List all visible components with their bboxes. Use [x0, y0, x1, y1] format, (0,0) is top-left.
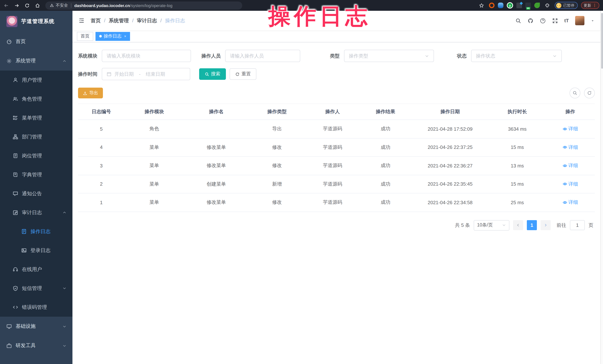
sidebar-item-在线用户[interactable]: 在线用户 [0, 260, 72, 279]
browser-home-icon[interactable] [34, 1, 42, 10]
extension-grid-icon[interactable] [516, 3, 522, 8]
eye-icon [563, 163, 567, 168]
pagination: 共 5 条 10条/页 1 前往 页 [78, 220, 593, 230]
chevron-up-icon [62, 59, 67, 63]
reset-button[interactable]: 重置 [230, 68, 256, 80]
table-cell: 成功 [360, 120, 411, 138]
extensions-puzzle-icon[interactable] [543, 1, 551, 10]
sidebar-item-通知公告[interactable]: 通知公告 [0, 184, 72, 203]
operator-input[interactable] [230, 53, 295, 59]
browser-toolbar-right: y on 已暂停 更新 [477, 1, 603, 10]
fullscreen-icon[interactable] [552, 18, 558, 23]
browser-update-button[interactable]: 更新 [581, 2, 599, 9]
refresh-table-button[interactable] [584, 88, 595, 98]
table-cell: 1 [78, 193, 125, 212]
sidebar-item-菜单管理[interactable]: 菜单管理 [0, 108, 72, 127]
detail-link[interactable]: 详细 [563, 181, 578, 187]
sidebar-item-label: 字典管理 [22, 171, 42, 178]
sidebar-item-研发工具[interactable]: 研发工具 [0, 336, 72, 355]
extension-on-icon[interactable]: on [525, 3, 531, 8]
table-cell: 成功 [360, 138, 411, 156]
sidebar-item-岗位管理[interactable]: 岗位管理 [0, 146, 72, 165]
prev-page-button[interactable] [513, 220, 523, 230]
sidebar-item-字典管理[interactable]: 字典管理 [0, 165, 72, 184]
app-logo-row[interactable]: 芋道管理系统 [0, 11, 72, 32]
type-select[interactable]: 操作类型 [344, 50, 434, 62]
avatar-caret-down-icon[interactable] [591, 19, 594, 22]
sidebar-item-登录日志[interactable]: 登录日志 [0, 241, 72, 260]
sidebar-item-首页[interactable]: 首页 [0, 32, 72, 51]
breadcrumb-separator: / [104, 18, 105, 23]
sidebar-item-审计日志[interactable]: 审计日志 [0, 203, 72, 222]
extension-green-y-icon[interactable]: y [507, 2, 513, 9]
breadcrumb-item[interactable]: 系统管理 [109, 17, 129, 24]
breadcrumb-item[interactable]: 首页 [91, 17, 101, 24]
search-icon [573, 91, 577, 95]
tag-操作日志[interactable]: 操作日志× [95, 32, 130, 41]
scrollbar-thumb[interactable] [601, 13, 603, 69]
extension-orange-icon[interactable] [489, 3, 495, 8]
goto-page-input[interactable] [570, 220, 585, 230]
sidebar-item-用户管理[interactable]: 用户管理 [0, 71, 72, 89]
sidebar-item-角色管理[interactable]: 角色管理 [0, 89, 72, 108]
column-header-操作模块: 操作模块 [125, 104, 184, 120]
github-icon[interactable] [527, 18, 533, 23]
sidebar-item-操作日志[interactable]: 操作日志 [0, 222, 72, 241]
detail-link[interactable]: 详细 [563, 162, 578, 169]
user-avatar[interactable] [575, 16, 584, 25]
detail-link[interactable]: 详细 [563, 125, 578, 132]
next-page-button[interactable] [541, 220, 551, 230]
address-bar[interactable]: 不安全 dashboard.yudao.iocoder.cn /system/l… [45, 1, 242, 10]
sidebar-item-label: 错误码管理 [22, 304, 47, 310]
app-title: 芋道管理系统 [21, 18, 55, 25]
browser-forward-icon[interactable] [13, 1, 21, 10]
profile-paused-pill[interactable]: 已暂停 [555, 2, 578, 9]
status-select[interactable]: 操作状态 [471, 50, 562, 62]
tag-close-icon[interactable]: × [124, 34, 126, 38]
pagination-total: 共 5 条 [455, 222, 470, 229]
sidebar-item-错误码管理[interactable]: 错误码管理 [0, 298, 72, 317]
search-button[interactable]: 搜索 [199, 68, 226, 80]
breadcrumb-item[interactable]: 审计日志 [137, 17, 157, 24]
search-icon[interactable] [515, 18, 521, 23]
table-cell: 芋道源码 [305, 138, 360, 156]
detail-link-label: 详细 [568, 125, 578, 132]
module-input-wrap [102, 50, 191, 62]
browser-menu-icon[interactable] [592, 3, 597, 7]
page-content: 系统模块 操作人员 类型 操作类型 状态 操作状态 [72, 42, 600, 230]
sidebar-item-label: 角色管理 [22, 96, 42, 102]
breadcrumb-separator: / [160, 18, 162, 23]
font-size-icon[interactable]: tT [564, 18, 569, 23]
extension-leaf-icon[interactable] [534, 3, 540, 8]
page-number-1[interactable]: 1 [527, 220, 537, 230]
date-range-picker[interactable]: 开始日期 - 结束日期 [102, 68, 190, 80]
detail-link[interactable]: 详细 [563, 199, 578, 206]
module-input[interactable] [107, 53, 186, 59]
extension-blue-icon[interactable] [498, 3, 503, 8]
page-size-select[interactable]: 10条/页 [474, 220, 509, 230]
shield-icon [13, 286, 18, 291]
search-icon [205, 72, 209, 76]
operator-label: 操作人员 [201, 53, 221, 59]
sidebar-item-基础设施[interactable]: 基础设施 [0, 317, 72, 336]
browser-refresh-icon[interactable] [23, 1, 31, 10]
menu-fold-icon[interactable] [78, 17, 85, 24]
sidebar-item-部门管理[interactable]: 部门管理 [0, 127, 72, 146]
table-cell: 15 ms [489, 175, 546, 193]
export-button[interactable]: 导出 [78, 88, 103, 98]
show-search-button[interactable] [569, 88, 580, 98]
detail-link[interactable]: 详细 [563, 144, 578, 151]
badge-icon [13, 153, 18, 158]
tag-首页[interactable]: 首页 [77, 32, 93, 41]
export-button-label: 导出 [89, 90, 98, 96]
sidebar-item-短信管理[interactable]: 短信管理 [0, 279, 72, 298]
chevron-down-icon [62, 343, 67, 348]
sidebar-item-系统管理[interactable]: 系统管理 [0, 51, 72, 71]
scrollbar[interactable] [600, 11, 603, 364]
eye-icon [563, 182, 567, 186]
bookmark-star-icon[interactable] [477, 1, 486, 10]
browser-back-icon[interactable] [2, 1, 11, 10]
table-cell: 详细 [546, 156, 595, 175]
help-icon[interactable] [540, 18, 545, 23]
url-path: /system/log/operate-log [130, 3, 173, 8]
